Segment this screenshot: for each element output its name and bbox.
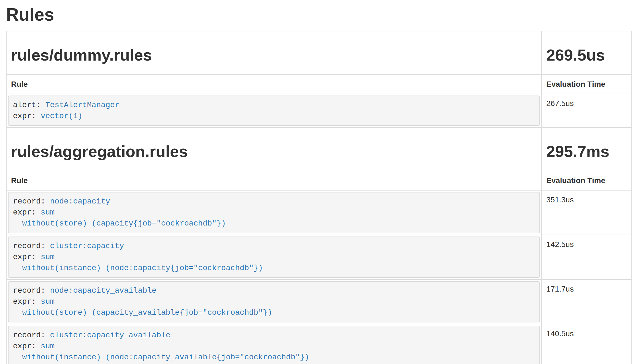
rule-row: record: cluster:capacity_available expr:… (6, 324, 632, 364)
rule-group-table-dummy: rules/dummy.rules 269.5us Rule Evaluatio… (6, 31, 632, 128)
rule-expr-link[interactable]: sum without(store) (capacity{job="cockro… (13, 208, 226, 228)
evaluation-time-column-header: Evaluation Time (542, 75, 632, 94)
rule-name-link[interactable]: TestAlertManager (45, 101, 120, 109)
column-header-row: Rule Evaluation Time (6, 171, 632, 190)
rule-kind-label: alert: (13, 101, 45, 109)
rule-definition: record: cluster:capacity expr: sum witho… (8, 237, 540, 278)
rule-evaluation-time: 171.7us (542, 279, 632, 324)
expr-label: expr: (13, 253, 41, 261)
rule-column-header: Rule (6, 75, 542, 94)
rule-group-table-aggregation: rules/aggregation.rules 295.7ms Rule Eva… (6, 127, 632, 364)
rule-expr-link[interactable]: sum without(store) (capacity_available{j… (13, 297, 272, 317)
rule-expr-link[interactable]: sum without(instance) (node:capacity{job… (13, 253, 263, 272)
rule-group-header-row: rules/dummy.rules 269.5us (6, 31, 632, 75)
rule-evaluation-time: 351.3us (542, 190, 632, 235)
rule-group-name: rules/aggregation.rules (11, 143, 537, 160)
rule-definition: alert: TestAlertManager expr: vector(1) (8, 96, 540, 126)
rule-group-name: rules/dummy.rules (11, 46, 537, 64)
evaluation-time-column-header: Evaluation Time (542, 171, 632, 190)
rules-page: Rules rules/dummy.rules 269.5us Rule Eva… (0, 5, 638, 364)
rule-row: alert: TestAlertManager expr: vector(1) … (6, 94, 632, 127)
rule-row: record: cluster:capacity expr: sum witho… (6, 235, 632, 279)
rule-group-evaluation-time: 269.5us (546, 46, 627, 64)
expr-label: expr: (13, 112, 41, 120)
rule-evaluation-time: 140.5us (542, 324, 632, 364)
rule-kind-label: record: (13, 197, 50, 206)
rule-name-link[interactable]: cluster:capacity (50, 242, 124, 250)
rule-evaluation-time: 267.5us (542, 94, 632, 127)
expr-label: expr: (13, 297, 41, 306)
rule-name-link[interactable]: cluster:capacity_available (50, 331, 170, 339)
rule-row: record: node:capacity expr: sum without(… (6, 190, 632, 235)
column-header-row: Rule Evaluation Time (6, 75, 632, 94)
rule-group-evaluation-time: 295.7ms (546, 143, 627, 160)
page-title: Rules (6, 5, 632, 24)
rule-row: record: node:capacity_available expr: su… (6, 279, 632, 324)
rule-kind-label: record: (13, 242, 50, 250)
rule-definition: record: cluster:capacity_available expr:… (8, 326, 540, 364)
rule-definition: record: node:capacity expr: sum without(… (8, 192, 540, 233)
expr-label: expr: (13, 342, 41, 351)
rule-name-link[interactable]: node:capacity_available (50, 286, 156, 295)
rule-kind-label: record: (13, 286, 50, 295)
expr-label: expr: (13, 208, 41, 217)
rule-column-header: Rule (6, 171, 542, 190)
rule-definition: record: node:capacity_available expr: su… (8, 281, 540, 322)
rule-group-header-row: rules/aggregation.rules 295.7ms (6, 127, 632, 171)
rule-expr-link[interactable]: vector(1) (41, 112, 82, 120)
rule-name-link[interactable]: node:capacity (50, 197, 110, 206)
rule-evaluation-time: 142.5us (542, 235, 632, 279)
rule-kind-label: record: (13, 331, 50, 339)
rule-expr-link[interactable]: sum without(instance) (node:capacity_ava… (13, 342, 309, 362)
